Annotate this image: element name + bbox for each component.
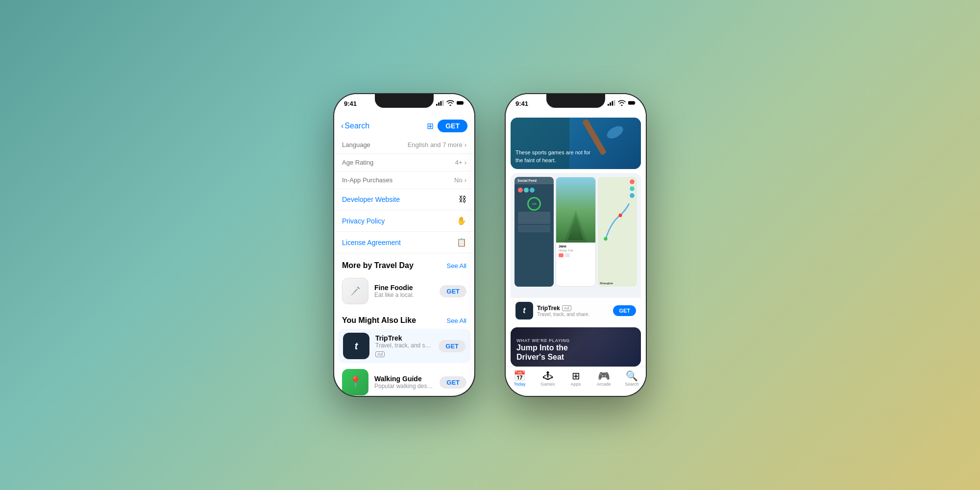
showcase-triptrek-icon: t <box>515 302 533 319</box>
today-content: These sports games are not forthe faint … <box>506 116 646 396</box>
search-label-2: Search <box>625 382 639 387</box>
sports-card[interactable]: These sports games are not forthe faint … <box>511 118 641 169</box>
get-button[interactable]: GET <box>438 120 467 132</box>
foodie-pencil-icon <box>348 284 363 298</box>
license-agreement-link: License Agreement <box>342 239 401 246</box>
mountain-photo <box>556 177 595 243</box>
showcase-triptrek-get-button[interactable]: GET <box>613 305 636 316</box>
hand-icon: ✋ <box>457 216 466 225</box>
tab-bar-2: 📅 Today 🕹 Games ⊞ Apps 🎮 Arcade 🔍 <box>506 367 646 396</box>
svg-point-6 <box>355 291 356 292</box>
triptrek-icon: t <box>343 333 369 359</box>
games-label-2: Games <box>540 382 555 387</box>
in-app-purchases-row: In-App Purchases No › <box>334 172 474 189</box>
playing-card-label: WHAT WE'RE PLAYING <box>516 338 635 343</box>
playing-card-content: WHAT WE'RE PLAYING Jump Into theDriver's… <box>516 338 635 362</box>
apps-label-2: Apps <box>571 382 581 387</box>
language-value[interactable]: English and 7 more › <box>408 141 466 148</box>
developer-website-row[interactable]: Developer Website ⛓ <box>334 189 474 210</box>
svg-rect-3 <box>442 100 444 105</box>
language-label: Language <box>342 141 370 148</box>
tab-today-2[interactable]: 📅 Today <box>506 371 534 387</box>
status-time-2: 9:41 <box>515 100 528 107</box>
arcade-label-2: Arcade <box>597 382 611 387</box>
triptrek-row: t TripTrek Travel, track, and share. Ad … <box>338 329 470 363</box>
svg-rect-8 <box>610 102 611 106</box>
developer-website-link: Developer Website <box>342 196 400 203</box>
status-icons-1 <box>436 100 465 106</box>
today-icon-2: 📅 <box>514 371 526 381</box>
showcase-ad-badge: Ad <box>562 305 571 311</box>
map-avatars <box>629 179 635 198</box>
privacy-policy-row[interactable]: Privacy Policy ✋ <box>334 210 474 232</box>
tab-search-2[interactable]: 🔍 Search <box>618 371 646 387</box>
fine-foodie-row: Fine Foodie Eat like a local. GET <box>334 274 474 308</box>
status-bar-1: 9:41 <box>334 94 474 116</box>
tab-games-2[interactable]: 🕹 Games <box>534 371 562 387</box>
showcase-triptrek-name: TripTrek <box>537 305 560 312</box>
walking-guide-info: Walking Guide Popular walking destinatio… <box>374 375 434 390</box>
showcase-triptrek-info: TripTrek Ad Travel, track, and share. <box>537 305 609 317</box>
search-icon-2: 🔍 <box>626 371 638 381</box>
svg-rect-0 <box>436 104 438 106</box>
external-link-icon: ⛓ <box>459 195 466 204</box>
fine-foodie-icon <box>342 278 368 304</box>
license-agreement-row[interactable]: License Agreement 📋 <box>334 232 474 253</box>
screen-mock-3: Shanghai <box>598 177 637 287</box>
fine-foodie-info: Fine Foodie Eat like a local. <box>374 284 434 298</box>
walking-guide-subtitle: Popular walking destinations. <box>374 383 434 390</box>
apps-icon-2: ⊞ <box>572 371 580 381</box>
svg-rect-5 <box>457 102 462 104</box>
wifi-icon-2 <box>618 100 626 106</box>
back-button[interactable]: ‹ Search <box>341 122 369 130</box>
svg-rect-2 <box>440 101 441 105</box>
screen-2-subtitle: Hiking Trail <box>559 249 593 252</box>
screen-2-name: Jane <box>559 245 593 248</box>
fine-foodie-name: Fine Foodie <box>374 284 434 292</box>
triptrek-info: TripTrek Travel, track, and share. Ad <box>375 334 433 358</box>
status-bar-2: 9:41 <box>506 94 646 116</box>
app-detail-content: ‹ Search ⊞ GET Language English and 7 mo… <box>334 116 474 396</box>
wifi-icon <box>446 100 454 106</box>
more-by-section-header: More by Travel Day See All <box>334 253 474 274</box>
also-like-see-all[interactable]: See All <box>447 317 466 324</box>
screen-mock-1: Social Feed 13k <box>514 177 554 287</box>
tab-arcade-2[interactable]: 🎮 Arcade <box>590 371 618 387</box>
playing-card[interactable]: WHAT WE'RE PLAYING Jump Into theDriver's… <box>511 327 641 367</box>
games-icon-2: 🕹 <box>543 371 553 381</box>
triptrek-ad-badge: Ad <box>375 351 385 357</box>
triptrek-get-button[interactable]: GET <box>439 340 466 352</box>
svg-point-14 <box>605 123 625 141</box>
battery-icon <box>457 100 465 106</box>
svg-rect-7 <box>608 104 609 106</box>
app-showcase-card: Social Feed 13k <box>511 173 641 323</box>
showcase-app-row: t TripTrek Ad Travel, track, and share. … <box>511 298 641 323</box>
svg-point-15 <box>618 214 622 217</box>
filter-icon[interactable]: ⊞ <box>427 121 434 131</box>
detail-header: ‹ Search ⊞ GET <box>334 116 474 136</box>
fine-foodie-get-button[interactable]: GET <box>440 285 466 297</box>
svg-rect-10 <box>614 100 615 105</box>
triptrek-name: TripTrek <box>375 334 433 342</box>
tab-apps-2[interactable]: ⊞ Apps <box>562 371 589 387</box>
more-by-see-all[interactable]: See All <box>447 262 466 270</box>
arcade-icon-2: 🎮 <box>598 371 610 381</box>
featured-scroll: These sports games are not forthe faint … <box>506 116 646 367</box>
doc-icon: 📋 <box>457 238 466 247</box>
phone-2: 9:41 <box>505 93 647 397</box>
showcase-triptrek-subtitle: Travel, track, and share. <box>537 312 609 317</box>
heart-row <box>559 253 593 257</box>
screen-content-1: 13k <box>514 184 554 287</box>
map-location-label: Shanghai <box>600 282 613 285</box>
sports-card-content: These sports games are not forthe faint … <box>515 149 590 164</box>
back-label: Search <box>344 122 369 130</box>
phone-1: 9:41 <box>333 93 475 397</box>
status-time-1: 9:41 <box>344 100 357 107</box>
svg-rect-12 <box>629 102 634 104</box>
battery-icon-2 <box>628 100 636 106</box>
walking-guide-get-button[interactable]: GET <box>440 376 466 389</box>
screen-2-info: Jane Hiking Trail <box>556 243 595 259</box>
map-content: Shanghai <box>598 177 637 287</box>
in-app-label: In-App Purchases <box>342 176 392 184</box>
fine-foodie-subtitle: Eat like a local. <box>374 292 434 298</box>
